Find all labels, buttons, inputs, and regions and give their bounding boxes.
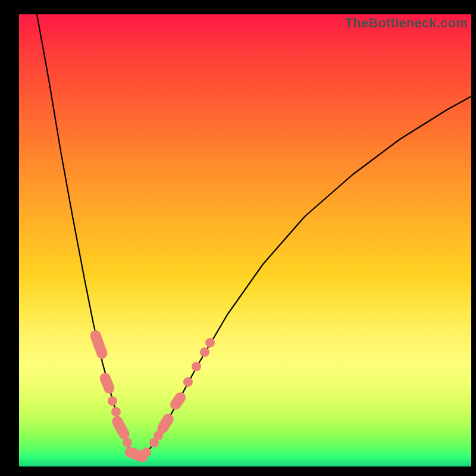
data-marker-dot [111, 407, 121, 416]
data-marker-pill [168, 390, 187, 412]
data-marker-dot [183, 377, 193, 387]
data-marker-dot [192, 362, 201, 371]
data-marker-pill [110, 414, 131, 441]
data-marker-pill [89, 328, 109, 360]
left-curve [37, 14, 137, 458]
chart-svg [19, 14, 471, 466]
chart-frame: TheBottleneck.com [0, 0, 476, 476]
marker-layer [89, 328, 215, 464]
plot-area: TheBottleneck.com [19, 14, 471, 466]
data-marker-dot [200, 347, 209, 357]
data-marker-dot [108, 396, 117, 406]
svg-rect-1 [98, 371, 116, 395]
data-marker-dot [205, 338, 215, 347]
data-marker-pill [98, 371, 116, 395]
svg-rect-0 [89, 328, 109, 360]
data-marker-dot [142, 447, 151, 457]
right-curve [141, 96, 471, 458]
svg-rect-2 [110, 414, 131, 441]
svg-rect-5 [168, 390, 187, 412]
data-marker-dot [154, 431, 163, 440]
data-marker-dot [123, 438, 132, 447]
